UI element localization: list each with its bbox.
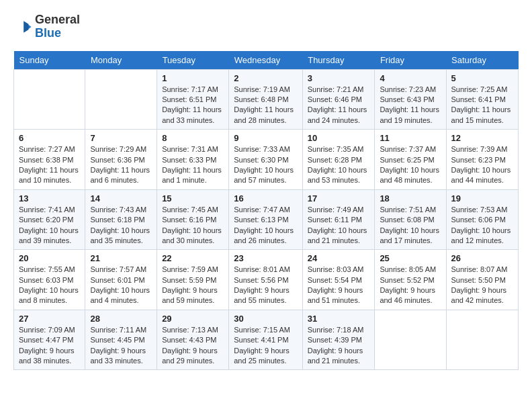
calendar-cell: 28Sunrise: 7:11 AM Sunset: 4:45 PM Dayli…	[85, 310, 157, 370]
day-info: Sunrise: 7:55 AM Sunset: 6:03 PM Dayligh…	[19, 265, 80, 306]
calendar-table: SundayMondayTuesdayWednesdayThursdayFrid…	[13, 51, 519, 371]
calendar-cell: 11Sunrise: 7:37 AM Sunset: 6:25 PM Dayli…	[375, 130, 446, 190]
day-info: Sunrise: 7:35 AM Sunset: 6:28 PM Dayligh…	[308, 144, 370, 186]
calendar-cell	[14, 69, 85, 130]
day-number: 26	[451, 253, 513, 263]
calendar-cell: 23Sunrise: 8:01 AM Sunset: 5:56 PM Dayli…	[229, 250, 302, 310]
day-number: 11	[380, 133, 441, 143]
calendar-cell: 1Sunrise: 7:17 AM Sunset: 6:51 PM Daylig…	[157, 69, 229, 130]
day-number: 25	[380, 253, 441, 263]
day-number: 29	[162, 314, 224, 324]
day-info: Sunrise: 7:39 AM Sunset: 6:23 PM Dayligh…	[451, 144, 513, 186]
day-info: Sunrise: 7:49 AM Sunset: 6:11 PM Dayligh…	[308, 205, 370, 246]
day-info: Sunrise: 7:25 AM Sunset: 6:41 PM Dayligh…	[451, 85, 513, 126]
calendar-cell: 4Sunrise: 7:23 AM Sunset: 6:43 PM Daylig…	[375, 69, 446, 130]
calendar-cell: 31Sunrise: 7:18 AM Sunset: 4:39 PM Dayli…	[302, 310, 375, 370]
calendar-cell: 20Sunrise: 7:55 AM Sunset: 6:03 PM Dayli…	[14, 250, 85, 310]
weekday-header-friday: Friday	[375, 51, 446, 70]
calendar-cell: 30Sunrise: 7:15 AM Sunset: 4:41 PM Dayli…	[229, 310, 302, 370]
week-row-3: 20Sunrise: 7:55 AM Sunset: 6:03 PM Dayli…	[14, 250, 519, 310]
calendar-cell: 16Sunrise: 7:47 AM Sunset: 6:13 PM Dayli…	[229, 189, 302, 250]
day-info: Sunrise: 7:41 AM Sunset: 6:20 PM Dayligh…	[19, 205, 80, 246]
day-number: 24	[308, 253, 370, 263]
day-number: 13	[19, 193, 80, 203]
day-number: 28	[90, 314, 152, 324]
day-number: 8	[162, 133, 224, 143]
weekday-header-row: SundayMondayTuesdayWednesdayThursdayFrid…	[14, 51, 519, 70]
weekday-header-saturday: Saturday	[446, 51, 518, 70]
calendar-cell: 24Sunrise: 8:03 AM Sunset: 5:54 PM Dayli…	[302, 250, 375, 310]
day-info: Sunrise: 7:11 AM Sunset: 4:45 PM Dayligh…	[90, 325, 152, 367]
calendar-cell: 21Sunrise: 7:57 AM Sunset: 6:01 PM Dayli…	[85, 250, 157, 310]
day-info: Sunrise: 7:19 AM Sunset: 6:48 PM Dayligh…	[234, 85, 297, 126]
week-row-2: 13Sunrise: 7:41 AM Sunset: 6:20 PM Dayli…	[14, 189, 519, 250]
day-number: 1	[162, 73, 224, 83]
weekday-header-thursday: Thursday	[302, 51, 375, 70]
day-number: 21	[90, 253, 152, 263]
day-info: Sunrise: 7:51 AM Sunset: 6:08 PM Dayligh…	[380, 205, 441, 246]
week-row-0: 1Sunrise: 7:17 AM Sunset: 6:51 PM Daylig…	[14, 69, 519, 130]
logo: General Blue	[13, 13, 80, 40]
calendar-cell: 12Sunrise: 7:39 AM Sunset: 6:23 PM Dayli…	[446, 130, 518, 190]
day-number: 30	[234, 314, 297, 324]
day-number: 2	[234, 73, 297, 83]
day-number: 3	[308, 73, 370, 83]
calendar-cell: 5Sunrise: 7:25 AM Sunset: 6:41 PM Daylig…	[446, 69, 518, 130]
day-info: Sunrise: 7:17 AM Sunset: 6:51 PM Dayligh…	[162, 85, 224, 126]
day-info: Sunrise: 7:33 AM Sunset: 6:30 PM Dayligh…	[234, 144, 297, 186]
day-number: 18	[380, 193, 441, 203]
calendar-cell: 2Sunrise: 7:19 AM Sunset: 6:48 PM Daylig…	[229, 69, 302, 130]
day-number: 5	[451, 73, 513, 83]
calendar-cell	[85, 69, 157, 130]
weekday-header-wednesday: Wednesday	[229, 51, 302, 70]
calendar-cell: 15Sunrise: 7:45 AM Sunset: 6:16 PM Dayli…	[157, 189, 229, 250]
day-number: 4	[380, 73, 441, 83]
page-header: General Blue	[13, 13, 519, 40]
logo-text: General Blue	[35, 13, 80, 40]
calendar-cell: 10Sunrise: 7:35 AM Sunset: 6:28 PM Dayli…	[302, 130, 375, 190]
day-number: 19	[451, 193, 513, 203]
day-info: Sunrise: 7:31 AM Sunset: 6:33 PM Dayligh…	[162, 144, 224, 186]
calendar-cell: 29Sunrise: 7:13 AM Sunset: 4:43 PM Dayli…	[157, 310, 229, 370]
day-number: 12	[451, 133, 513, 143]
calendar-cell: 19Sunrise: 7:53 AM Sunset: 6:06 PM Dayli…	[446, 189, 518, 250]
weekday-header-monday: Monday	[85, 51, 157, 70]
calendar-cell: 26Sunrise: 8:07 AM Sunset: 5:50 PM Dayli…	[446, 250, 518, 310]
svg-marker-2	[24, 21, 28, 32]
day-number: 7	[90, 133, 152, 143]
day-number: 16	[234, 193, 297, 203]
day-number: 23	[234, 253, 297, 263]
calendar-cell	[446, 310, 518, 370]
day-info: Sunrise: 7:09 AM Sunset: 4:47 PM Dayligh…	[19, 325, 80, 367]
day-info: Sunrise: 7:43 AM Sunset: 6:18 PM Dayligh…	[90, 205, 152, 246]
day-info: Sunrise: 7:21 AM Sunset: 6:46 PM Dayligh…	[308, 85, 370, 126]
day-number: 17	[308, 193, 370, 203]
week-row-1: 6Sunrise: 7:27 AM Sunset: 6:38 PM Daylig…	[14, 130, 519, 190]
day-info: Sunrise: 8:05 AM Sunset: 5:52 PM Dayligh…	[380, 265, 441, 306]
day-info: Sunrise: 7:29 AM Sunset: 6:36 PM Dayligh…	[90, 144, 152, 186]
day-info: Sunrise: 8:07 AM Sunset: 5:50 PM Dayligh…	[451, 265, 513, 306]
day-number: 22	[162, 253, 224, 263]
calendar-cell: 18Sunrise: 7:51 AM Sunset: 6:08 PM Dayli…	[375, 189, 446, 250]
day-info: Sunrise: 7:27 AM Sunset: 6:38 PM Dayligh…	[19, 144, 80, 186]
day-number: 6	[19, 133, 80, 143]
logo-icon	[13, 17, 32, 36]
day-info: Sunrise: 7:37 AM Sunset: 6:25 PM Dayligh…	[380, 144, 441, 186]
day-info: Sunrise: 7:59 AM Sunset: 5:59 PM Dayligh…	[162, 265, 224, 306]
day-number: 14	[90, 193, 152, 203]
calendar-cell: 13Sunrise: 7:41 AM Sunset: 6:20 PM Dayli…	[14, 189, 85, 250]
week-row-4: 27Sunrise: 7:09 AM Sunset: 4:47 PM Dayli…	[14, 310, 519, 370]
day-info: Sunrise: 7:18 AM Sunset: 4:39 PM Dayligh…	[308, 325, 370, 367]
day-info: Sunrise: 7:23 AM Sunset: 6:43 PM Dayligh…	[380, 85, 441, 126]
calendar-cell: 9Sunrise: 7:33 AM Sunset: 6:30 PM Daylig…	[229, 130, 302, 190]
day-info: Sunrise: 7:45 AM Sunset: 6:16 PM Dayligh…	[162, 205, 224, 246]
calendar-cell: 8Sunrise: 7:31 AM Sunset: 6:33 PM Daylig…	[157, 130, 229, 190]
calendar-cell: 22Sunrise: 7:59 AM Sunset: 5:59 PM Dayli…	[157, 250, 229, 310]
calendar-cell: 17Sunrise: 7:49 AM Sunset: 6:11 PM Dayli…	[302, 189, 375, 250]
day-info: Sunrise: 8:03 AM Sunset: 5:54 PM Dayligh…	[308, 265, 370, 306]
weekday-header-tuesday: Tuesday	[157, 51, 229, 70]
calendar-cell: 27Sunrise: 7:09 AM Sunset: 4:47 PM Dayli…	[14, 310, 85, 370]
calendar-cell: 3Sunrise: 7:21 AM Sunset: 6:46 PM Daylig…	[302, 69, 375, 130]
day-info: Sunrise: 7:57 AM Sunset: 6:01 PM Dayligh…	[90, 265, 152, 306]
day-info: Sunrise: 7:47 AM Sunset: 6:13 PM Dayligh…	[234, 205, 297, 246]
